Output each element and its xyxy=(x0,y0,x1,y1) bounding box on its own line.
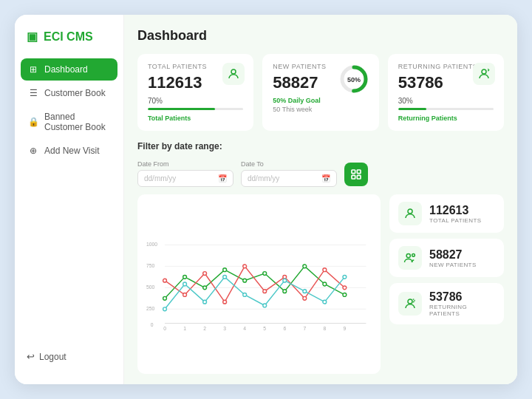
side-stat-new: 58827 NEW PATIENTS xyxy=(389,239,504,277)
svg-text:7: 7 xyxy=(303,326,306,331)
returning-bar xyxy=(398,108,494,110)
line-chart: 1000 750 500 250 0 0 1 2 xyxy=(145,202,373,366)
new-sub: 50 This week xyxy=(273,106,368,113)
svg-point-57 xyxy=(303,290,307,293)
svg-rect-5 xyxy=(352,170,355,174)
svg-point-48 xyxy=(323,268,327,272)
svg-point-50 xyxy=(163,307,167,311)
filter-apply-button[interactable] xyxy=(344,163,368,186)
side-new-label: NEW PATIENTS xyxy=(429,262,477,268)
app-container: ▣ ECI CMS ⊞ Dashboard ☰ Customer Book 🔒 … xyxy=(15,15,517,384)
svg-point-36 xyxy=(283,290,287,293)
svg-point-35 xyxy=(263,272,267,276)
chart-card: 1000 750 500 250 0 0 1 2 xyxy=(137,194,381,374)
date-to-placeholder: dd/mm/yy xyxy=(248,174,279,183)
svg-text:250: 250 xyxy=(146,306,155,311)
logout-icon: ↩ xyxy=(27,351,35,362)
svg-point-33 xyxy=(223,268,227,272)
sidebar-item-banned[interactable]: 🔒 Banned Customer Book xyxy=(21,106,117,138)
svg-point-58 xyxy=(323,300,327,304)
date-from-placeholder: dd/mm/yy xyxy=(144,174,176,183)
logout-button[interactable]: ↩ Logout xyxy=(27,347,112,366)
svg-text:0: 0 xyxy=(151,322,154,327)
side-total-label: TOTAL PATIENTS xyxy=(429,217,482,224)
sidebar-item-customer-book[interactable]: ☰ Customer Book xyxy=(21,82,117,104)
svg-point-51 xyxy=(183,282,187,286)
side-stat-returning: 53786 RETURNING PATIENTS xyxy=(389,283,504,324)
logo-icon: ▣ xyxy=(27,30,38,44)
add-visit-icon: ⊕ xyxy=(28,146,38,156)
returning-patients-icon xyxy=(473,63,495,85)
filter-row: Date From dd/mm/yy 📅 Date To dd/mm/yy 📅 xyxy=(137,160,504,187)
svg-text:4: 4 xyxy=(243,326,246,331)
svg-point-62 xyxy=(412,253,415,256)
stat-card-returning: RETURNING PATIENTS 53786 30% Returning P… xyxy=(388,54,504,131)
total-patients-icon xyxy=(222,63,245,85)
svg-text:2: 2 xyxy=(203,326,206,331)
sidebar-nav: ⊞ Dashboard ☰ Customer Book 🔒 Banned Cus… xyxy=(15,58,123,347)
svg-point-49 xyxy=(343,286,347,290)
calendar-to-icon: 📅 xyxy=(321,174,330,183)
dashboard-icon: ⊞ xyxy=(28,64,38,75)
svg-point-39 xyxy=(343,293,347,297)
bottom-row: 1000 750 500 250 0 0 1 2 xyxy=(137,194,504,374)
total-bar xyxy=(148,108,243,110)
side-returning-value: 53786 xyxy=(429,290,495,304)
svg-point-38 xyxy=(323,282,327,286)
date-to-input[interactable]: dd/mm/yy 📅 xyxy=(241,170,337,187)
date-from-label: Date From xyxy=(137,160,233,168)
side-returning-info: 53786 RETURNING PATIENTS xyxy=(429,290,495,317)
sidebar-item-add-visit[interactable]: ⊕ Add New Visit xyxy=(21,140,117,162)
new-patients-donut: 50% xyxy=(338,63,370,95)
side-new-info: 58827 NEW PATIENTS xyxy=(429,248,477,268)
side-stats: 112613 TOTAL PATIENTS 58827 NEW PATIENTS xyxy=(389,194,504,374)
svg-point-52 xyxy=(203,300,207,304)
total-footer: Total Patients xyxy=(148,115,243,122)
svg-rect-6 xyxy=(357,170,361,174)
total-bar-fill xyxy=(148,108,215,110)
sidebar-item-dashboard[interactable]: ⊞ Dashboard xyxy=(21,58,117,81)
svg-point-42 xyxy=(203,272,207,276)
svg-point-63 xyxy=(408,299,412,304)
svg-point-30 xyxy=(163,296,167,300)
stat-card-total: TOTAL PATIENTS 112613 70% Total Patients xyxy=(137,54,253,131)
sidebar-footer: ↩ Logout xyxy=(15,347,123,372)
side-total-icon xyxy=(398,202,422,225)
sidebar-label-add-visit: Add New Visit xyxy=(44,146,99,156)
customer-book-icon: ☰ xyxy=(28,88,38,98)
side-new-value: 58827 xyxy=(429,248,477,262)
svg-point-40 xyxy=(163,279,167,282)
svg-point-59 xyxy=(343,275,347,279)
total-pct: 70% xyxy=(148,97,243,105)
svg-point-44 xyxy=(243,265,247,268)
side-stat-total: 112613 TOTAL PATIENTS xyxy=(389,194,504,233)
svg-text:3: 3 xyxy=(223,326,226,331)
svg-rect-7 xyxy=(352,175,355,179)
date-from-group: Date From dd/mm/yy 📅 xyxy=(137,160,233,187)
new-footer: 50% Daily Goal xyxy=(273,97,368,104)
filter-title: Filter by date range: xyxy=(137,141,504,151)
svg-text:6: 6 xyxy=(283,326,286,331)
svg-point-61 xyxy=(406,253,410,257)
svg-text:1000: 1000 xyxy=(146,242,157,247)
svg-point-54 xyxy=(243,293,247,297)
logout-label: Logout xyxy=(39,352,66,362)
svg-point-41 xyxy=(183,293,187,297)
side-new-icon xyxy=(398,246,422,270)
side-returning-icon xyxy=(398,292,422,316)
returning-pct: 30% xyxy=(398,97,494,105)
svg-point-0 xyxy=(231,69,236,74)
sidebar-label-customer-book: Customer Book xyxy=(44,88,106,98)
page-title: Dashboard xyxy=(137,28,504,44)
svg-point-43 xyxy=(223,300,227,304)
app-logo: ▣ ECI CMS xyxy=(15,30,123,58)
svg-point-55 xyxy=(263,304,267,307)
svg-text:0: 0 xyxy=(163,326,166,331)
date-from-input[interactable]: dd/mm/yy 📅 xyxy=(137,170,233,187)
sidebar-label-dashboard: Dashboard xyxy=(44,64,88,75)
svg-text:9: 9 xyxy=(343,326,346,331)
svg-point-31 xyxy=(183,275,187,279)
svg-text:8: 8 xyxy=(323,326,326,331)
stat-cards-row: TOTAL PATIENTS 112613 70% Total Patients… xyxy=(137,54,504,131)
svg-text:50%: 50% xyxy=(347,76,361,83)
